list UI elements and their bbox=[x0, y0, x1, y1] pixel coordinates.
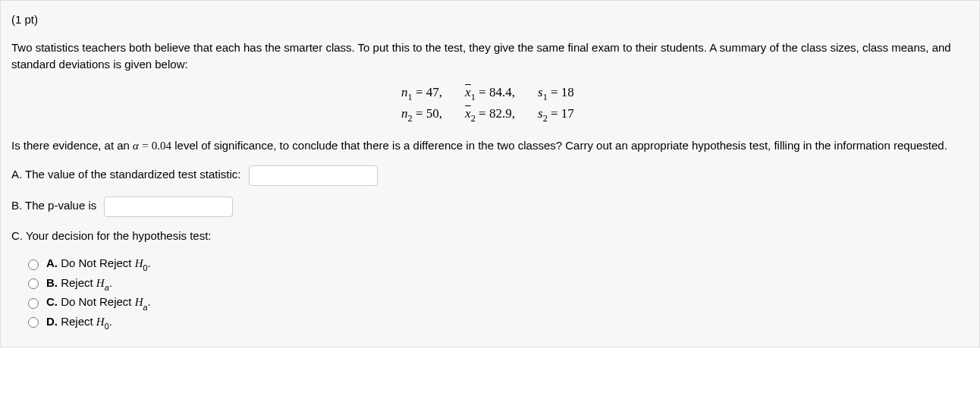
test-statistic-input[interactable] bbox=[249, 165, 378, 186]
stats-row-2: n2 = 50, x2 = 82.9, s2 = 17 bbox=[11, 104, 969, 125]
x1-cell: x1 = 84.4, bbox=[456, 83, 524, 104]
stats-block: n1 = 47, x1 = 84.4, s1 = 18 n2 = 50, x2 … bbox=[11, 83, 969, 126]
option-d[interactable]: D. Reject H0. bbox=[28, 313, 969, 332]
s2-cell: s2 = 17 bbox=[538, 104, 606, 125]
option-b[interactable]: B. Reject Ha. bbox=[28, 275, 969, 294]
radio-b[interactable] bbox=[28, 278, 39, 289]
stats-row-1: n1 = 47, x1 = 84.4, s1 = 18 bbox=[11, 83, 969, 104]
option-d-text: D. Reject H0. bbox=[46, 313, 112, 332]
option-b-text: B. Reject Ha. bbox=[46, 275, 112, 294]
s1-cell: s1 = 18 bbox=[538, 83, 606, 104]
part-b-label: B. The p-value is bbox=[11, 199, 96, 212]
n1-cell: n1 = 47, bbox=[374, 83, 442, 104]
option-a[interactable]: A. Do Not Reject H0. bbox=[28, 255, 969, 274]
n2-cell: n2 = 50, bbox=[374, 104, 442, 125]
question-container: (1 pt) Two statistics teachers both beli… bbox=[0, 0, 980, 347]
option-c-text: C. Do Not Reject Ha. bbox=[46, 294, 151, 313]
question-text: Is there evidence, at an α = 0.04 level … bbox=[11, 137, 969, 155]
radio-a[interactable] bbox=[28, 259, 39, 270]
option-c[interactable]: C. Do Not Reject Ha. bbox=[28, 294, 969, 313]
points-label: (1 pt) bbox=[11, 11, 969, 29]
part-c: C. Your decision for the hypothesis test… bbox=[11, 228, 969, 245]
options-list: A. Do Not Reject H0. B. Reject Ha. C. Do… bbox=[28, 255, 969, 332]
part-a-label: A. The value of the standardized test st… bbox=[11, 168, 240, 181]
part-a: A. The value of the standardized test st… bbox=[11, 165, 969, 186]
p-value-input[interactable] bbox=[104, 196, 233, 217]
radio-d[interactable] bbox=[28, 317, 39, 328]
intro-text: Two statistics teachers both believe tha… bbox=[11, 39, 969, 74]
part-b: B. The p-value is bbox=[11, 196, 969, 217]
option-a-text: A. Do Not Reject H0. bbox=[46, 255, 151, 274]
x2-cell: x2 = 82.9, bbox=[456, 104, 524, 125]
part-c-label: C. Your decision for the hypothesis test… bbox=[11, 229, 212, 242]
radio-c[interactable] bbox=[28, 298, 39, 309]
